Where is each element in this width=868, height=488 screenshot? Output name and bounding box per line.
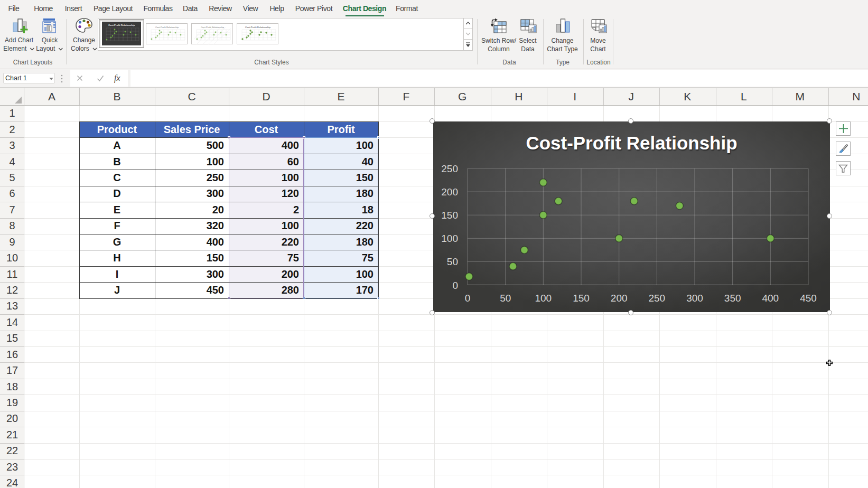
svg-text:250: 250 (648, 293, 665, 304)
svg-text:150: 150 (573, 293, 590, 304)
svg-text:Cost-Profit Relationship: Cost-Profit Relationship (108, 24, 135, 26)
svg-text:100: 100 (441, 233, 458, 244)
svg-text:150: 150 (441, 210, 458, 221)
svg-text:50: 50 (447, 256, 458, 267)
svg-text:Cost-Profit Relationship: Cost-Profit Relationship (201, 25, 225, 28)
svg-text:100: 100 (535, 293, 552, 304)
svg-text:250: 250 (441, 163, 458, 174)
svg-text:200: 200 (611, 293, 628, 304)
svg-text:Cost-Profit Relationship: Cost-Profit Relationship (526, 133, 738, 153)
svg-text:400: 400 (762, 293, 779, 304)
svg-text:200: 200 (441, 186, 458, 198)
svg-text:450: 450 (800, 293, 817, 304)
svg-text:300: 300 (686, 293, 703, 304)
svg-text:Cost-Profit Relationship: Cost-Profit Relationship (155, 25, 179, 28)
svg-text:50: 50 (500, 293, 511, 304)
svg-text:Cost-Profit Relationship: Cost-Profit Relationship (245, 25, 270, 28)
svg-text:350: 350 (724, 293, 741, 304)
svg-text:0: 0 (452, 279, 458, 290)
svg-text:0: 0 (465, 293, 471, 304)
